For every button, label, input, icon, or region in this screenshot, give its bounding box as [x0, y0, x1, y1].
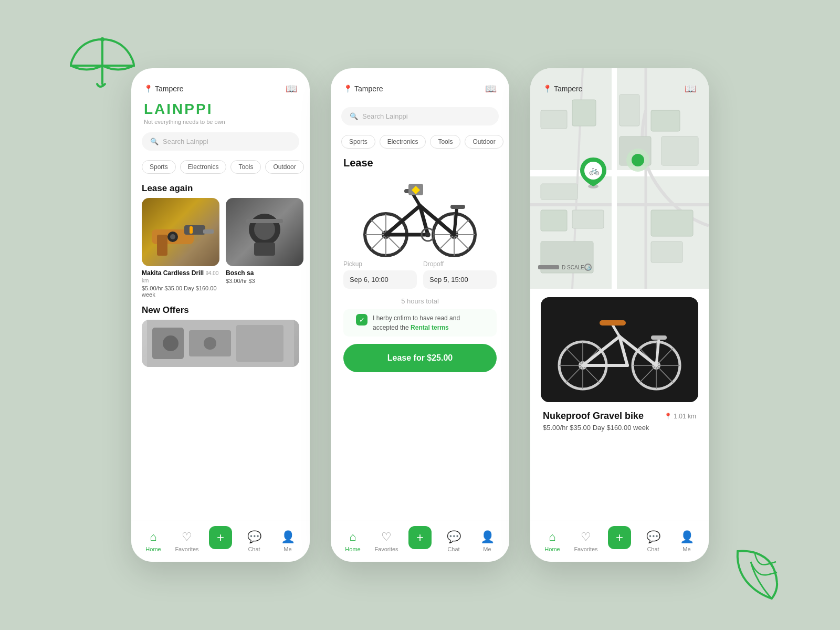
nav-favorites-1[interactable]: ♡ Favorites [173, 530, 202, 552]
app-title: LAINPPI [144, 101, 297, 118]
bike-info: Nukeproof Gravel bike 📍 1.01 km $5.00/hr… [541, 402, 698, 432]
cat-outdoor-2[interactable]: Outdoor [465, 135, 503, 149]
product-card-bosch[interactable]: Bosch sa $3.00/hr $3 [226, 198, 303, 298]
phone-2: 📍 Tampere 📖 🔍 Search Lainppi Sports Elec… [331, 68, 509, 562]
add-button-2[interactable]: + [408, 526, 432, 549]
category-electronics-1[interactable]: Electronics [180, 160, 227, 174]
drill-price: $5.00/hr $35.00 Day $160.00 week [142, 285, 219, 298]
bosch-image [226, 198, 303, 266]
bike-distance: 1.01 km [674, 413, 696, 420]
phone2-content: 📍 Tampere 📖 🔍 Search Lainppi Sports Elec… [331, 68, 509, 520]
svg-rect-55 [541, 184, 578, 200]
drill-image [142, 198, 219, 266]
add-button-1[interactable]: + [209, 526, 232, 549]
bike-image [541, 297, 698, 402]
nav-me-2[interactable]: 👤 Me [473, 530, 502, 552]
favorites-icon-3: ♡ [581, 530, 591, 544]
nav-home-1[interactable]: ⌂ Home [139, 530, 168, 552]
pickup-value[interactable]: Sep 6, 10:00 [343, 270, 417, 289]
location-badge-2: 📍 Tampere [343, 85, 383, 93]
terms-checkbox[interactable]: ✓ [356, 314, 368, 326]
nav-home-2[interactable]: ⌂ Home [339, 530, 368, 552]
cat-sports-2[interactable]: Sports [341, 135, 375, 149]
svg-rect-53 [662, 136, 698, 165]
nav-add-2[interactable]: + [406, 526, 435, 556]
drill-name: Makita Cardless Drill 94.00 km [142, 269, 219, 284]
book-icon-1[interactable]: 📖 [286, 83, 297, 94]
nav-favorites-label-2: Favorites [374, 546, 398, 552]
lease-button[interactable]: Lease for $25.00 [343, 344, 497, 372]
phone-1: 📍 Tampere 📖 LAINPPI Not everything needs… [131, 68, 310, 562]
svg-point-17 [163, 335, 178, 351]
svg-text:⚓: ⚓ [586, 265, 592, 270]
search-bar-1[interactable]: 🔍 Search Lainppi [142, 132, 299, 151]
svg-rect-59 [651, 242, 682, 262]
nav-add-1[interactable]: + [206, 526, 235, 556]
pickup-item: Pickup Sep 6, 10:00 [343, 260, 417, 289]
location-text-1: Tampere [155, 85, 183, 93]
search-icon-1: 🔍 [150, 138, 159, 145]
map-svg: D SCALE ⚓ 🚲 [530, 68, 709, 289]
search-bar-2[interactable]: 🔍 Search Lainppi [341, 107, 499, 125]
bottom-nav-1: ⌂ Home ♡ Favorites + 💬 Chat 👤 Me [131, 520, 310, 562]
nav-chat-3[interactable]: 💬 Chat [639, 530, 668, 552]
nav-me-3[interactable]: 👤 Me [673, 530, 701, 552]
location-text-2: Tampere [354, 85, 383, 93]
leaf-decoration [730, 536, 788, 598]
category-tools-1[interactable]: Tools [230, 160, 261, 174]
svg-text:D SCALE: D SCALE [562, 265, 584, 270]
nav-chat-1[interactable]: 💬 Chat [240, 530, 269, 552]
svg-rect-58 [651, 210, 693, 236]
nav-chat-label-1: Chat [248, 546, 260, 552]
category-outdoor-1[interactable]: Outdoor [265, 160, 303, 174]
bosch-price: $3.00/hr $3 [226, 278, 303, 284]
svg-rect-12 [254, 243, 275, 256]
nav-me-label-1: Me [284, 546, 291, 552]
categories-1: Sports Electronics Tools Outdoor [131, 158, 310, 176]
svg-point-69 [632, 154, 644, 166]
bike-product-card[interactable]: Nukeproof Gravel bike 📍 1.01 km $5.00/hr… [541, 297, 698, 432]
home-icon-1: ⌂ [150, 530, 156, 544]
svg-rect-88 [600, 320, 626, 326]
search-icon-2: 🔍 [350, 112, 358, 120]
add-button-3[interactable]: + [608, 526, 631, 549]
phone-3: 📍 Tampere 📖 [530, 68, 709, 562]
new-offers-card[interactable] [142, 320, 299, 367]
nav-chat-2[interactable]: 💬 Chat [439, 530, 468, 552]
nav-favorites-3[interactable]: ♡ Favorites [572, 530, 601, 552]
lease-title: Lease [331, 151, 509, 169]
home-icon-2: ⌂ [349, 530, 356, 544]
book-icon-2[interactable]: 📖 [485, 83, 497, 94]
product-card-drill[interactable]: Makita Cardless Drill 94.00 km $5.00/hr … [142, 198, 219, 298]
nav-favorites-2[interactable]: ♡ Favorites [372, 530, 401, 552]
nav-favorites-label-3: Favorites [574, 546, 597, 552]
svg-rect-4 [203, 229, 214, 234]
svg-rect-56 [541, 210, 567, 231]
nav-home-3[interactable]: ⌂ Home [538, 530, 567, 552]
new-offers-title: New Offers [131, 298, 310, 320]
book-icon-3[interactable]: 📖 [685, 83, 696, 94]
location-pin-icon-1: 📍 [144, 85, 153, 93]
terms-link[interactable]: Rental terms [411, 324, 449, 331]
nav-home-label-1: Home [145, 546, 161, 552]
svg-rect-5 [157, 235, 167, 256]
cat-electronics-2[interactable]: Electronics [380, 135, 426, 149]
cat-tools-2[interactable]: Tools [430, 135, 460, 149]
phone3-lower: Nukeproof Gravel bike 📍 1.01 km $5.00/hr… [530, 289, 709, 432]
chat-icon-2: 💬 [447, 530, 461, 544]
svg-rect-57 [572, 210, 604, 228]
categories-2: Sports Electronics Tools Outdoor [331, 133, 509, 151]
location-badge-3: 📍 Tampere [543, 85, 582, 93]
map-header: 📍 Tampere 📖 [530, 83, 709, 94]
category-sports-1[interactable]: Sports [142, 160, 176, 174]
favorites-icon-2: ♡ [381, 530, 392, 544]
svg-rect-11 [246, 219, 283, 223]
map-area[interactable]: 📍 Tampere 📖 [530, 68, 709, 289]
nav-me-1[interactable]: 👤 Me [274, 530, 302, 552]
svg-line-31 [386, 206, 420, 235]
dropoff-value[interactable]: Sep 5, 15:00 [423, 270, 497, 289]
nav-add-3[interactable]: + [605, 526, 634, 556]
svg-text:🚲: 🚲 [589, 165, 600, 175]
lainppi-logo: LAINPPI Not everything needs to be own [131, 99, 310, 125]
location-pin-icon-3: 📍 [543, 85, 552, 93]
